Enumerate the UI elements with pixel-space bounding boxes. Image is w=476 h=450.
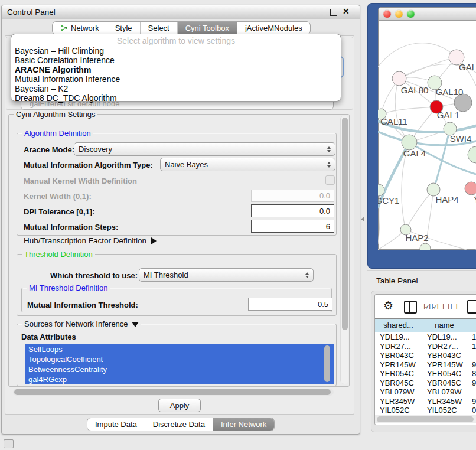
mi-algorithm-type-label: Mutual Information Algorithm Type: — [24, 161, 153, 169]
cell: 9. — [467, 379, 476, 388]
label-gal-top: GAL — [459, 62, 476, 72]
cell: YPR145W — [422, 360, 467, 370]
control-panel-tabs: Network Style Select Cyni Toolbox jActiv… — [52, 21, 311, 35]
settings-scrollbar[interactable] — [340, 116, 348, 384]
tab-select-label: Select — [148, 24, 169, 32]
unselect-all-columns-icon[interactable]: ☐☐ — [442, 302, 458, 311]
list-item-betweennesscentrality[interactable]: BetweennessCentrality — [25, 364, 334, 374]
dropdown-item-mutual-information[interactable]: Mutual Information Inference — [11, 74, 341, 84]
node-gal80[interactable] — [392, 71, 406, 86]
network-window-titlebar[interactable] — [379, 8, 476, 21]
table-row[interactable]: YER054CYER054C8. — [375, 369, 476, 379]
table-hscrollbar-thumb[interactable] — [377, 416, 474, 422]
list-item-gal4rgexp[interactable]: gal4RGexp — [25, 374, 334, 384]
settings-scrollbar-thumb[interactable] — [342, 118, 348, 330]
label-hap4: HAP4 — [435, 194, 458, 204]
table-row[interactable]: YIL052CYIL052C0. — [375, 406, 476, 415]
node-salmon[interactable] — [465, 182, 476, 195]
list-item-selfloops[interactable]: SelfLoops — [25, 344, 334, 354]
table-row[interactable]: YDL19...YDL19...13 — [375, 332, 476, 342]
tab-cyni-toolbox[interactable]: Cyni Toolbox — [177, 22, 237, 34]
tab-impute-data[interactable]: Impute Data — [87, 418, 145, 431]
column-header-shared-name[interactable]: shared... — [375, 319, 422, 332]
cell: YBL079W — [422, 387, 467, 397]
dropdown-item-bayesian-k2[interactable]: Bayesian – K2 — [11, 84, 341, 93]
show-columns-icon[interactable] — [404, 301, 417, 314]
tab-discretize-data[interactable]: Discretize Data — [145, 418, 213, 431]
dropdown-item-bayesian-hill-climbing[interactable]: Bayesian – Hill Climbing — [11, 46, 341, 56]
table-header-row: shared... name — [375, 318, 476, 332]
label-swi4: SWI4 — [450, 133, 472, 144]
tab-style-label: Style — [115, 24, 132, 32]
mi-threshold-label: Mutual Information Threshold: — [27, 301, 138, 309]
kernel-width-field[interactable]: 0.0 — [251, 190, 334, 202]
mi-algorithm-type-value: Naive Bayes — [165, 160, 208, 169]
label-gal80: GAL80 — [401, 85, 429, 95]
cyni-bottom-tabs: Impute Data Discretize Data Infer Networ… — [87, 418, 275, 431]
column-header-cut[interactable] — [467, 319, 476, 332]
control-panel-titlebar[interactable]: Control Panel ✕ — [2, 5, 360, 19]
sources-title-text: Sources for Network Inference — [24, 319, 128, 328]
label-gal1: GAL1 — [437, 110, 459, 120]
sources-title[interactable]: Sources for Network Inference — [22, 319, 141, 328]
list-scrollbar-thumb[interactable] — [324, 345, 330, 382]
dropdown-item-dream8[interactable]: Dream8 DC_TDC Algorithm — [11, 93, 341, 103]
apply-button[interactable]: Apply — [158, 399, 201, 412]
aracne-mode-combo[interactable]: Discovery — [74, 142, 335, 156]
table-row[interactable]: YBR045CYBR045C9. — [375, 379, 476, 388]
column-header-name[interactable]: name — [422, 319, 467, 332]
table-row[interactable]: YDR27...YDR27...12 — [375, 342, 476, 351]
settings-hscrollbar[interactable] — [13, 389, 334, 396]
float-window-icon[interactable] — [330, 9, 337, 16]
table-panel-header: Table Panel — [367, 270, 476, 291]
tab-select[interactable]: Select — [140, 22, 177, 34]
cell: YIL052C — [422, 406, 467, 415]
tab-infer-network[interactable]: Infer Network — [213, 418, 274, 431]
dropdown-item-basic-correlation[interactable]: Basic Correlation Inference — [11, 56, 341, 65]
minimize-traffic-light-icon[interactable] — [395, 10, 403, 18]
table-hscrollbar[interactable] — [375, 415, 476, 423]
dropdown-item-aracne[interactable]: ARACNE Algorithm — [11, 65, 341, 74]
combo-spinner-icon — [327, 146, 331, 152]
table-row[interactable]: YLR345WYLR345W9. — [375, 397, 476, 406]
combo-spinner-icon — [305, 272, 309, 278]
cyni-settings-title: Cyni Algorithm Settings — [14, 110, 97, 119]
label-y-cut: Y — [474, 194, 476, 204]
panel-divider-arrow[interactable] — [361, 217, 364, 221]
select-all-columns-icon[interactable]: ☑☑ — [423, 302, 439, 311]
table-row[interactable]: YBR043CYBR043C — [375, 351, 476, 360]
list-item-topologicalcoefficient[interactable]: TopologicalCoefficient — [25, 354, 334, 364]
node-bottom-cut[interactable] — [420, 243, 431, 250]
dpi-tolerance-field[interactable]: 0.0 — [251, 204, 334, 217]
aracne-mode-label: Aracne Mode: — [24, 145, 74, 154]
manual-kernel-checkbox[interactable] — [325, 175, 335, 185]
hub-definition-expander[interactable]: Hub/Transcription Factor Definition — [24, 236, 157, 245]
tab-jactivemnodules[interactable]: jActiveMNodules — [237, 22, 310, 34]
node-right-cut[interactable] — [468, 146, 476, 163]
tab-style[interactable]: Style — [107, 22, 140, 34]
close-traffic-light-icon[interactable] — [383, 10, 391, 18]
panel-grip-button[interactable] — [4, 439, 14, 448]
mi-threshold-group-title: MI Threshold Definition — [27, 283, 110, 292]
label-gal10: GAL10 — [436, 87, 464, 97]
which-threshold-combo[interactable]: MI Threshold — [139, 268, 314, 282]
zoom-traffic-light-icon[interactable] — [407, 10, 415, 18]
network-canvas[interactable]: GAL GAL80 GAL10 GAL1 GAL11 SWI4 GAL4 GCY… — [378, 19, 476, 250]
mi-steps-field[interactable]: 6 — [251, 220, 334, 233]
network-edges — [378, 43, 476, 250]
cell: YDL19... — [422, 332, 467, 342]
close-icon[interactable]: ✕ — [343, 6, 350, 16]
aracne-mode-value: Discovery — [79, 145, 112, 154]
cell: 13 — [467, 332, 476, 342]
mi-algorithm-type-combo[interactable]: Naive Bayes — [160, 158, 335, 171]
tab-network[interactable]: Network — [53, 22, 107, 34]
cell: YBR045C — [375, 379, 422, 388]
cell: 8. — [467, 369, 476, 379]
import-table-icon[interactable] — [467, 300, 476, 314]
table-row[interactable]: YBL079WYBL079W — [375, 387, 476, 397]
table-row[interactable]: YPR145WYPR145W9. — [375, 360, 476, 370]
table-settings-button[interactable]: ⚙ — [383, 300, 393, 312]
settings-hscrollbar-thumb[interactable] — [14, 389, 331, 395]
cell: 9. — [467, 397, 476, 406]
mi-threshold-field[interactable]: 0.5 — [248, 298, 332, 311]
